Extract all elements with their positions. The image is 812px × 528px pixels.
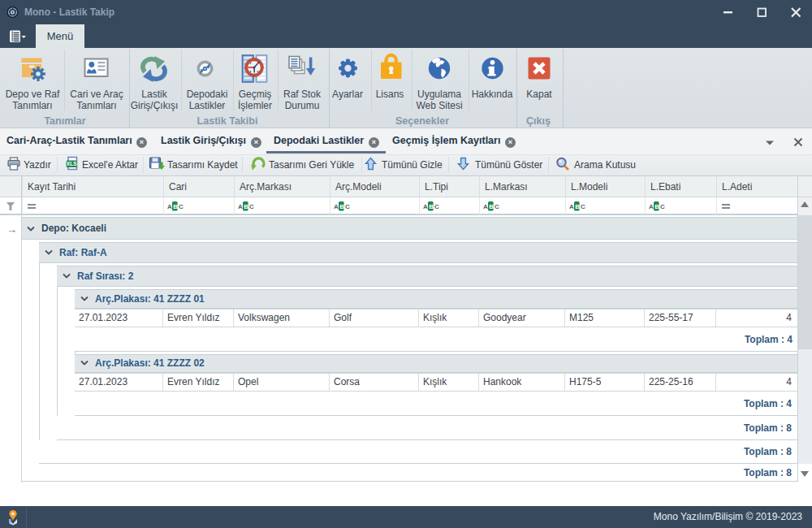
svg-text:XLS: XLS [67, 161, 77, 167]
svg-text:B: B [173, 203, 178, 210]
svg-text:A: A [167, 203, 172, 210]
svg-text:C: C [179, 203, 184, 210]
